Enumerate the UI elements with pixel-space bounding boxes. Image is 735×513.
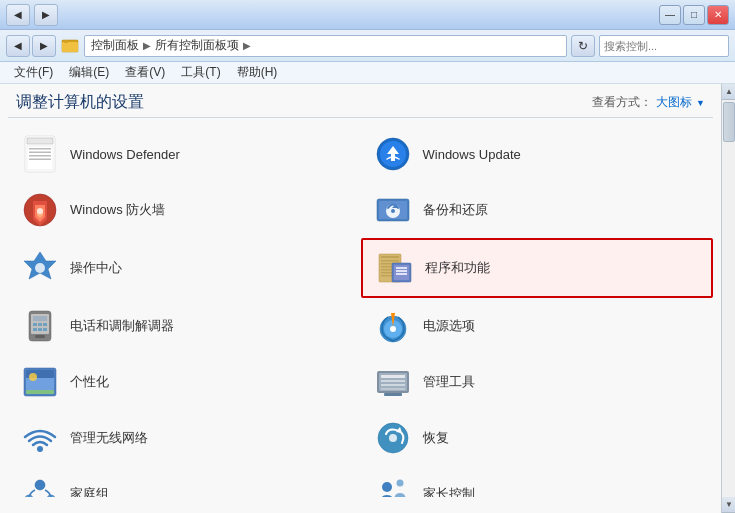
window-controls: — □ ✕ (659, 5, 729, 25)
view-value[interactable]: 大图标 (656, 94, 692, 111)
title-bar-left: ◀ ▶ (6, 4, 58, 26)
nav-buttons: ◀ ▶ (6, 35, 56, 57)
windows-defender-icon (20, 134, 60, 174)
svg-point-46 (390, 326, 396, 332)
svg-rect-2 (64, 40, 68, 43)
parental-controls-icon (373, 474, 413, 497)
personalization-icon (20, 362, 60, 402)
item-admin-tools[interactable]: 管理工具 (361, 354, 714, 410)
item-backup-restore[interactable]: 备份和还原 (361, 182, 714, 238)
menu-tools[interactable]: 工具(T) (175, 62, 226, 83)
forward-nav-button[interactable]: ▶ (32, 35, 56, 57)
svg-rect-37 (33, 316, 47, 321)
svg-rect-9 (29, 155, 51, 157)
svg-point-65 (382, 482, 392, 492)
svg-point-62 (35, 480, 45, 490)
svg-rect-50 (26, 390, 54, 394)
admin-tools-label: 管理工具 (423, 373, 475, 391)
menu-help[interactable]: 帮助(H) (231, 62, 284, 83)
item-windows-defender[interactable]: Windows Defender (8, 126, 361, 182)
item-action-center[interactable]: 操作中心 (8, 238, 361, 298)
svg-point-14 (37, 208, 43, 214)
svg-rect-10 (29, 159, 51, 161)
view-selector: 查看方式： 大图标 ▼ (592, 94, 705, 111)
svg-rect-7 (29, 148, 51, 150)
svg-rect-42 (38, 328, 42, 331)
search-box[interactable]: 🔍 (599, 35, 729, 57)
items-container: Windows Defender Windows Update (0, 118, 721, 497)
search-input[interactable] (604, 40, 735, 52)
item-homegroup[interactable]: 家庭组 (8, 466, 361, 497)
menu-edit[interactable]: 编辑(E) (63, 62, 115, 83)
svg-point-20 (35, 263, 45, 273)
phone-modem-icon (20, 306, 60, 346)
svg-rect-36 (35, 335, 45, 338)
items-grid: Windows Defender Windows Update (8, 126, 713, 497)
item-wireless-network[interactable]: 管理无线网络 (8, 410, 361, 466)
programs-features-icon (375, 248, 415, 288)
menu-bar: 文件(F) 编辑(E) 查看(V) 工具(T) 帮助(H) (0, 62, 735, 84)
address-icon (60, 36, 80, 56)
item-recovery[interactable]: 恢复 (361, 410, 714, 466)
wireless-network-icon (20, 418, 60, 458)
svg-rect-55 (381, 380, 405, 382)
view-label: 查看方式： (592, 94, 652, 111)
phone-modem-label: 电话和调制解调器 (70, 317, 174, 335)
windows-update-label: Windows Update (423, 147, 521, 162)
admin-tools-icon (373, 362, 413, 402)
close-button[interactable]: ✕ (707, 5, 729, 25)
action-center-label: 操作中心 (70, 259, 122, 277)
svg-point-61 (389, 434, 397, 442)
programs-features-label: 程序和功能 (425, 259, 490, 277)
recovery-label: 恢复 (423, 429, 449, 447)
item-personalization[interactable]: 个性化 (8, 354, 361, 410)
scroll-down-button[interactable]: ▼ (722, 497, 735, 513)
svg-rect-8 (29, 152, 51, 154)
svg-point-51 (29, 373, 37, 381)
item-windows-update[interactable]: Windows Update (361, 126, 714, 182)
item-phone-modem[interactable]: 电话和调制解调器 (8, 298, 361, 354)
view-dropdown-icon[interactable]: ▼ (696, 98, 705, 108)
homegroup-label: 家庭组 (70, 485, 109, 497)
main-area: 调整计算机的设置 查看方式： 大图标 ▼ (0, 84, 735, 513)
path-item-2: 所有控制面板项 (155, 37, 239, 54)
item-parental-controls[interactable]: 家长控制 (361, 466, 714, 497)
svg-rect-6 (27, 146, 53, 170)
personalization-label: 个性化 (70, 373, 109, 391)
forward-button[interactable]: ▶ (34, 4, 58, 26)
path-sep-1: ▶ (143, 40, 151, 51)
svg-rect-58 (384, 393, 402, 396)
content-area: 调整计算机的设置 查看方式： 大图标 ▼ (0, 84, 721, 513)
svg-rect-1 (62, 42, 78, 52)
scrollbar[interactable]: ▲ ▼ (721, 84, 735, 513)
scroll-track[interactable] (722, 100, 735, 497)
back-button[interactable]: ◀ (6, 4, 30, 26)
address-bar: ◀ ▶ 控制面板 ▶ 所有控制面板项 ▶ ↻ 🔍 (0, 30, 735, 62)
windows-update-icon (373, 134, 413, 174)
backup-restore-label: 备份和还原 (423, 201, 488, 219)
refresh-button[interactable]: ↻ (571, 35, 595, 57)
path-item-1: 控制面板 (91, 37, 139, 54)
item-windows-firewall[interactable]: Windows 防火墙 (8, 182, 361, 238)
svg-rect-23 (381, 260, 399, 262)
svg-rect-57 (381, 388, 405, 390)
svg-rect-41 (33, 328, 37, 331)
item-programs-features[interactable]: 程序和功能 (361, 238, 714, 298)
scroll-thumb[interactable] (723, 102, 735, 142)
back-nav-button[interactable]: ◀ (6, 35, 30, 57)
power-options-label: 电源选项 (423, 317, 475, 335)
svg-rect-38 (33, 323, 37, 326)
minimize-button[interactable]: — (659, 5, 681, 25)
content-header: 调整计算机的设置 查看方式： 大图标 ▼ (0, 84, 721, 117)
scroll-up-button[interactable]: ▲ (722, 84, 735, 100)
item-power-options[interactable]: 电源选项 (361, 298, 714, 354)
menu-file[interactable]: 文件(F) (8, 62, 59, 83)
recovery-icon (373, 418, 413, 458)
maximize-button[interactable]: □ (683, 5, 705, 25)
address-path-box[interactable]: 控制面板 ▶ 所有控制面板项 ▶ (84, 35, 567, 57)
svg-rect-43 (43, 328, 47, 331)
menu-view[interactable]: 查看(V) (119, 62, 171, 83)
svg-point-59 (37, 446, 43, 452)
homegroup-icon (20, 474, 60, 497)
action-center-icon (20, 248, 60, 288)
